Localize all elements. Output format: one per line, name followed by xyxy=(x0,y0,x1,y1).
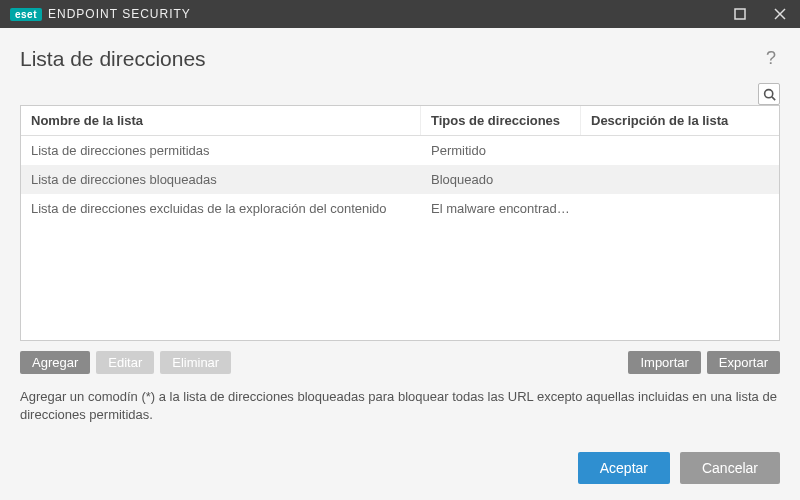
table-row[interactable]: Lista de direcciones bloqueadas Bloquead… xyxy=(21,165,779,194)
cell-name: Lista de direcciones bloqueadas xyxy=(21,165,421,194)
titlebar: eset ENDPOINT SECURITY xyxy=(0,0,800,28)
window-maximize-button[interactable] xyxy=(720,0,760,28)
column-header-desc[interactable]: Descripción de la lista xyxy=(581,106,779,135)
address-list-table: Nombre de la lista Tipos de direcciones … xyxy=(20,105,780,341)
product-name: ENDPOINT SECURITY xyxy=(48,7,191,21)
cell-name: Lista de direcciones permitidas xyxy=(21,136,421,165)
cell-name: Lista de direcciones excluidas de la exp… xyxy=(21,194,421,223)
table-header: Nombre de la lista Tipos de direcciones … xyxy=(21,106,779,136)
cell-desc xyxy=(581,165,779,194)
import-button[interactable]: Importar xyxy=(628,351,700,374)
cell-type: Permitido xyxy=(421,136,581,165)
table-row[interactable]: Lista de direcciones permitidas Permitid… xyxy=(21,136,779,165)
table-body: Lista de direcciones permitidas Permitid… xyxy=(21,136,779,340)
content-area: Lista de direcciones ? Nombre de la list… xyxy=(0,28,800,440)
export-button[interactable]: Exportar xyxy=(707,351,780,374)
brand-badge: eset xyxy=(10,8,42,21)
window-close-button[interactable] xyxy=(760,0,800,28)
svg-line-4 xyxy=(771,96,774,99)
close-icon xyxy=(774,8,786,20)
maximize-icon xyxy=(734,8,746,20)
accept-button[interactable]: Aceptar xyxy=(578,452,670,484)
edit-button[interactable]: Editar xyxy=(96,351,154,374)
svg-rect-0 xyxy=(735,9,745,19)
hint-text: Agregar un comodín (*) a la lista de dir… xyxy=(20,388,780,424)
cell-desc xyxy=(581,136,779,165)
cell-desc xyxy=(581,194,779,223)
delete-button[interactable]: Eliminar xyxy=(160,351,231,374)
table-row[interactable]: Lista de direcciones excluidas de la exp… xyxy=(21,194,779,223)
column-header-type[interactable]: Tipos de direcciones xyxy=(421,106,581,135)
add-button[interactable]: Agregar xyxy=(20,351,90,374)
dialog-footer: Aceptar Cancelar xyxy=(0,440,800,500)
page-title: Lista de direcciones xyxy=(20,47,206,71)
table-action-row: Agregar Editar Eliminar Importar Exporta… xyxy=(20,351,780,374)
svg-point-3 xyxy=(764,89,772,97)
column-header-name[interactable]: Nombre de la lista xyxy=(21,106,421,135)
search-button[interactable] xyxy=(758,83,780,105)
help-button[interactable]: ? xyxy=(762,44,780,73)
cell-type: El malware encontrado se... xyxy=(421,194,581,223)
cancel-button[interactable]: Cancelar xyxy=(680,452,780,484)
search-icon xyxy=(763,88,776,101)
cell-type: Bloqueado xyxy=(421,165,581,194)
